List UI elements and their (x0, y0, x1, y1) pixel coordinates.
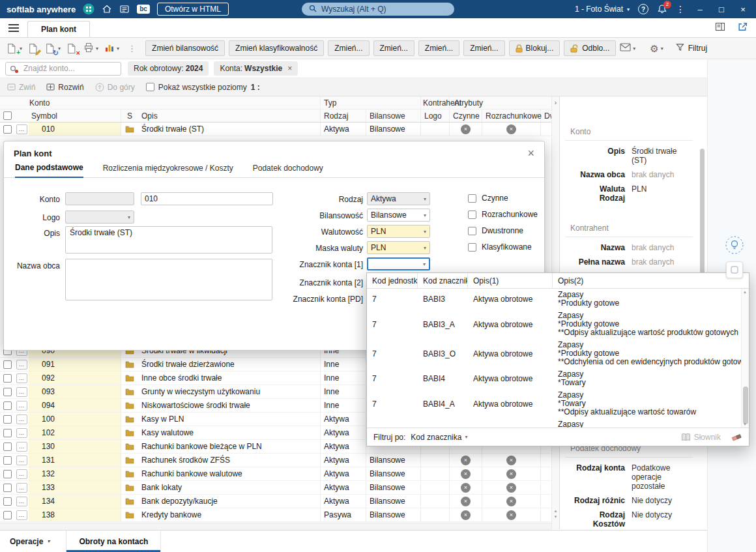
row-checkbox[interactable] (3, 388, 12, 396)
toolbar-action-button[interactable]: Zmień bilansowość (145, 40, 225, 56)
row-menu-button[interactable]: … (16, 124, 27, 134)
row-menu-button[interactable]: … (16, 401, 27, 411)
add-account-button[interactable]: + ▾ (5, 42, 24, 55)
walutowosc-select[interactable]: PLN▾ (367, 225, 430, 238)
dropdown-option[interactable]: 7 BABI3_A Aktywa obrotowe Zapasy *Produk… (367, 310, 741, 339)
column-header-rozrachunkowe[interactable]: Rozrachunkowe (482, 109, 541, 122)
row-checkbox[interactable] (3, 374, 12, 383)
nazwa-obca-textarea[interactable] (65, 259, 272, 300)
global-search-input[interactable]: Wyszukaj (Alt + Q) (302, 3, 454, 16)
apps-icon[interactable] (83, 3, 94, 15)
popup-column-kod-znacznika[interactable]: Kod znacznika (418, 273, 468, 288)
row-checkbox[interactable] (3, 360, 12, 369)
news-icon[interactable] (119, 4, 130, 14)
row-menu-button[interactable]: … (16, 510, 27, 520)
maximize-button[interactable]: □ (715, 5, 728, 14)
eraser-icon[interactable] (731, 433, 742, 442)
row-checkbox[interactable] (3, 511, 12, 519)
checkbox[interactable] (146, 83, 154, 91)
popup-column-opis1[interactable]: Opis(1) (468, 273, 553, 288)
row-checkbox[interactable] (3, 484, 12, 492)
column-header-czynne[interactable]: Czynne (450, 109, 482, 122)
toolbar-action-button[interactable]: Zmień... (373, 40, 414, 56)
toolbar-action-button[interactable]: Odblo... (564, 40, 616, 56)
minimize-button[interactable]: – (693, 5, 706, 14)
dropdown-option[interactable]: Zapasy (367, 418, 741, 428)
bc-icon[interactable]: bc (137, 5, 150, 14)
open-in-html-button[interactable]: Otwórz w HTML (157, 3, 229, 16)
operations-menu[interactable]: Operacje ▾ (0, 530, 59, 552)
filter-button[interactable]: Filtruj (676, 43, 707, 53)
account-symbol[interactable]: 130 (29, 440, 121, 453)
dwustronne-checkbox[interactable]: Dwustronne (468, 226, 523, 235)
notifications-bell-icon[interactable]: 2 (657, 4, 667, 14)
row-checkbox[interactable] (3, 456, 12, 465)
konto-prefix-input[interactable] (65, 192, 134, 205)
klasyfikowane-checkbox[interactable]: Klasyfikowane (468, 242, 532, 252)
account-symbol[interactable]: 134 (29, 495, 121, 508)
home-icon[interactable] (102, 4, 112, 14)
row-menu-button[interactable]: … (16, 373, 27, 383)
quick-panel-button[interactable] (726, 261, 743, 278)
account-symbol[interactable]: 131 (29, 454, 121, 467)
row-menu-button[interactable]: … (16, 469, 27, 479)
filter-chip[interactable]: Konta: Wszystkie × (214, 61, 298, 76)
logo-select[interactable]: ▾ (65, 211, 134, 224)
column-header-bilansowe[interactable]: Bilansowe (366, 109, 421, 122)
column-header-rodzaj[interactable]: Rodzaj (321, 109, 366, 122)
help-icon[interactable]: ? (638, 4, 648, 14)
tab-plan-kont[interactable]: Plan kont (27, 21, 90, 37)
table-row[interactable]: … 131 Rachunek środków ZFŚS Aktywa Bilan… (0, 454, 551, 467)
popup-column-kod-jednostki[interactable]: Kod jednostki (367, 273, 418, 288)
czynne-checkbox[interactable]: Czynne (468, 194, 508, 203)
popup-column-opis2[interactable]: Opis(2) (553, 273, 749, 288)
rodzaj-select[interactable]: Aktywa▾ (367, 192, 430, 205)
row-menu-button[interactable]: … (16, 442, 27, 452)
tab-dane-podstawowe[interactable]: Dane podstawowe (15, 163, 83, 178)
row-menu-button[interactable]: … (16, 456, 27, 465)
tab-podatek-dochodowy[interactable]: Podatek dochodowy (253, 164, 323, 177)
remove-chip-icon[interactable]: × (287, 64, 292, 73)
rozrachunkowe-checkbox[interactable]: Rozrachunkowe (468, 210, 538, 219)
share-icon[interactable] (737, 22, 748, 35)
show-all-levels-checkbox[interactable]: Pokaż wszystkie poziomy 1 : (146, 83, 260, 92)
column-header-symbol[interactable]: Symbol (29, 109, 121, 122)
print-button[interactable]: ▾ (81, 41, 100, 56)
select-all-checkbox[interactable] (3, 111, 12, 120)
table-row[interactable]: … 138 Kredyty bankowe Pasywa Bilansowe ×… (0, 508, 551, 522)
row-menu-button[interactable]: … (16, 428, 27, 438)
row-checkbox[interactable] (3, 470, 12, 478)
filter-by-select[interactable]: Kod znacznika ▾ (411, 433, 467, 442)
column-header-logo[interactable]: Logo (421, 109, 450, 122)
dropdown-scrollbar[interactable]: ▲ ▼ (741, 289, 749, 428)
column-header-s[interactable]: S (121, 109, 138, 122)
dropdown-option[interactable]: 7 BABI4 Aktywa obrotowe Zapasy *Towary (367, 368, 741, 389)
menu-icon[interactable] (0, 18, 27, 37)
table-row[interactable]: … 134 Bank depozyty/kaucje Aktywa Bilans… (0, 495, 551, 508)
account-symbol[interactable]: 102 (29, 426, 121, 439)
settings-button[interactable]: ⚙ ▾ (648, 42, 665, 55)
row-menu-button[interactable]: … (16, 387, 27, 397)
close-window-button[interactable]: × (736, 5, 749, 14)
filter-chip[interactable]: Rok obrotowy: 2024 × (128, 61, 209, 76)
company-selector[interactable]: 1 - Foto Świat ▾ (575, 5, 630, 14)
chart-button[interactable]: ▾ (102, 41, 121, 56)
konto-input[interactable] (141, 192, 273, 205)
kebab-menu-icon[interactable]: ⋮ (676, 4, 685, 14)
toolbar-action-button[interactable]: Zmień... (463, 40, 504, 56)
collapse-panel-icon[interactable]: › (555, 100, 557, 106)
toolbar-action-button[interactable]: Blokuj... (509, 40, 560, 56)
table-row[interactable]: … 132 Rachunki bankowe walutowe Aktywa B… (0, 467, 551, 481)
scroll-arrows[interactable]: ▲▼ (554, 509, 558, 519)
edit-account-button[interactable] (26, 42, 41, 55)
dictionary-button[interactable]: Słownik (681, 433, 721, 442)
toolbar-action-button[interactable]: Zmień... (418, 40, 459, 56)
account-symbol[interactable]: 094 (29, 399, 121, 412)
account-symbol[interactable]: 132 (29, 467, 121, 480)
row-checkbox[interactable] (3, 401, 12, 410)
table-row[interactable]: … 133 Bank lokaty Aktywa Bilansowe × × (0, 481, 551, 495)
scrollbar-thumb[interactable] (743, 386, 748, 424)
account-symbol[interactable]: 091 (29, 358, 121, 371)
horizontal-scrollbar[interactable] (0, 523, 551, 530)
delete-account-button[interactable]: × (65, 42, 80, 55)
